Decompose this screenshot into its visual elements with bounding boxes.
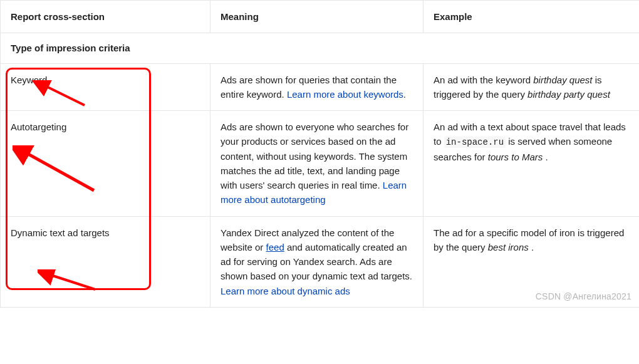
row-example: An ad with the keyword birthday quest is… <box>423 63 640 111</box>
row-meaning: Ads are shown to everyone who searches f… <box>210 111 423 217</box>
table-row: Keyword Ads are shown for queries that c… <box>1 63 640 111</box>
table-row: Autotargeting Ads are shown to everyone … <box>1 111 640 217</box>
example-em2: best irons <box>488 242 529 252</box>
learn-more-keywords-link[interactable]: Learn more about keywords <box>287 89 403 100</box>
section-header-row: Type of impression criteria <box>1 33 640 63</box>
example-pre: An ad with the keyword <box>434 75 533 85</box>
table-header-row: Report cross-section Meaning Example <box>1 1 640 33</box>
row-name: Autotargeting <box>1 111 210 217</box>
meaning-text: Ads are shown to everyone who searches f… <box>221 122 408 190</box>
example-em2: tours to Mars <box>488 152 543 162</box>
row-meaning: Yandex Direct analyzed the content of th… <box>210 216 423 307</box>
example-post: . <box>543 152 548 162</box>
header-col3: Example <box>423 1 640 33</box>
example-em1: birthday quest <box>533 75 592 85</box>
watermark: CSDN @Ангелина2021 <box>536 290 631 304</box>
row-example: An ad with a text about space travel tha… <box>423 111 640 217</box>
criteria-table: Report cross-section Meaning Example Typ… <box>0 0 639 308</box>
meaning-post: . <box>403 89 406 100</box>
row-name: Keyword <box>1 63 210 111</box>
feed-link[interactable]: feed <box>266 242 284 252</box>
example-em2: birthday party quest <box>527 89 610 100</box>
learn-more-dynamic-ads-link[interactable]: Learn more about dynamic ads <box>221 286 350 296</box>
row-meaning: Ads are shown for queries that contain t… <box>210 63 423 111</box>
example-post: . <box>529 242 534 252</box>
row-name: Dynamic text ad targets <box>1 216 210 307</box>
section-title: Type of impression criteria <box>1 33 640 63</box>
example-code: in-space.ru <box>444 137 506 148</box>
header-col1: Report cross-section <box>1 1 210 33</box>
header-col2: Meaning <box>210 1 423 33</box>
